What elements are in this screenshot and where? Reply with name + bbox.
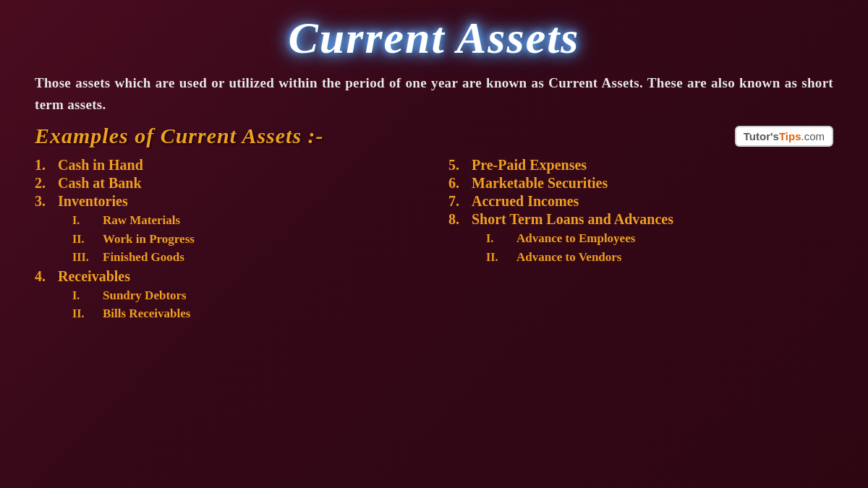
sub-item-label: Sundry Debtors [103, 286, 187, 305]
list-item-num: 7. [448, 193, 469, 210]
tutor-badge: Tutor'sTips.com [735, 126, 833, 147]
left-column: 1.Cash in Hand2.Cash at Bank3.Inventorie… [35, 157, 434, 475]
list-item: 1.Cash in Hand [35, 157, 420, 174]
examples-header-row: Examples of Current Assets :- Tutor'sTip… [35, 124, 833, 148]
sub-item-roman: II. [72, 231, 98, 248]
sub-item-roman: II. [72, 305, 98, 322]
list-item: 3.Inventories [35, 193, 420, 210]
page-container: Current Assets Those assets which are us… [0, 0, 868, 488]
list-item-label: Receivables [58, 268, 130, 285]
description-text: Those assets which are used or utilized … [35, 72, 833, 115]
sub-item-roman: I. [72, 212, 98, 229]
list-item-num: 5. [448, 157, 469, 174]
sub-item-label: Bills Receivables [103, 304, 190, 323]
sub-list: I.Sundry DebtorsII.Bills Receivables [72, 286, 420, 323]
sub-list-item: II.Bills Receivables [72, 304, 420, 323]
list-item-label: Cash in Hand [58, 157, 143, 174]
sub-item-roman: II. [486, 249, 512, 266]
list-item: 2.Cash at Bank [35, 175, 420, 192]
sub-item-label: Raw Materials [103, 211, 180, 230]
list-item-num: 4. [35, 268, 55, 285]
list-item-label: Pre-Paid Expenses [472, 157, 587, 174]
list-item: 6.Marketable Securities [448, 175, 833, 192]
tutor-badge-com: .com [801, 130, 825, 142]
sub-list-item: III.Finished Goods [72, 248, 420, 267]
sub-item-label: Advance to Employees [516, 229, 635, 248]
sub-list: I.Raw MaterialsII.Work in ProgressIII.Fi… [72, 211, 420, 267]
list-item-num: 2. [35, 175, 55, 192]
list-item: 5.Pre-Paid Expenses [448, 157, 833, 174]
tutor-badge-tutors: Tutor's [744, 130, 779, 142]
sub-item-roman: I. [72, 287, 98, 304]
tutor-badge-tips: Tips [779, 130, 801, 142]
sub-item-label: Advance to Vendors [516, 248, 621, 267]
list-item: 4.Receivables [35, 268, 420, 285]
sub-list: I.Advance to EmployeesII.Advance to Vend… [486, 229, 833, 266]
list-item-num: 6. [448, 175, 469, 192]
sub-item-roman: III. [72, 249, 98, 266]
columns-container: 1.Cash in Hand2.Cash at Bank3.Inventorie… [35, 157, 833, 475]
list-item-label: Marketable Securities [472, 175, 608, 192]
list-item-label: Inventories [58, 193, 128, 210]
sub-list-item: I.Raw Materials [72, 211, 420, 230]
list-item-num: 3. [35, 193, 55, 210]
list-item-num: 8. [448, 211, 469, 228]
sub-item-label: Finished Goods [103, 248, 184, 267]
list-item-label: Short Term Loans and Advances [472, 211, 673, 228]
examples-heading: Examples of Current Assets :- [35, 124, 324, 148]
list-item: 8.Short Term Loans and Advances [448, 211, 833, 228]
sub-list-item: I.Sundry Debtors [72, 286, 420, 305]
sub-list-item: II.Work in Progress [72, 230, 420, 249]
page-title: Current Assets [35, 13, 833, 62]
sub-item-label: Work in Progress [103, 230, 195, 249]
right-column: 5.Pre-Paid Expenses6.Marketable Securiti… [434, 157, 833, 475]
list-item-label: Accrued Incomes [472, 193, 579, 210]
list-item-label: Cash at Bank [58, 175, 142, 192]
list-item: 7.Accrued Incomes [448, 193, 833, 210]
list-item-num: 1. [35, 157, 55, 174]
sub-list-item: II.Advance to Vendors [486, 248, 833, 267]
sub-item-roman: I. [486, 230, 512, 247]
sub-list-item: I.Advance to Employees [486, 229, 833, 248]
